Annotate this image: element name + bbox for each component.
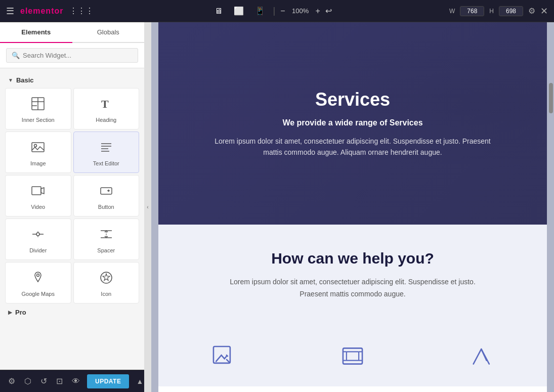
close-button[interactable]: ✕ (540, 6, 548, 17)
search-box: 🔍 (6, 48, 138, 63)
divider-icon (31, 227, 45, 243)
undo-button[interactable]: ↩ (325, 6, 332, 16)
elementor-logo: elementor (20, 7, 63, 16)
spacer-icon (99, 227, 113, 243)
mobile-view-button[interactable]: 📱 (252, 4, 268, 18)
height-label: H (489, 8, 494, 15)
widget-text-editor[interactable]: Text Editor (73, 132, 140, 173)
layers-button[interactable]: ⬡ (22, 374, 33, 388)
tab-elements[interactable]: Elements (0, 22, 72, 43)
pro-section-header[interactable]: ▶ Pro (0, 303, 144, 321)
responsive-button[interactable]: ⊡ (54, 374, 65, 388)
card-2 (288, 331, 417, 381)
hero-content: Services We provide a wide range of Serv… (206, 89, 499, 158)
widget-divider[interactable]: Divider (5, 219, 71, 260)
update-button[interactable]: UPDATE (87, 374, 129, 388)
svg-rect-12 (101, 188, 112, 194)
help-title: How can we help you? (189, 250, 517, 267)
basic-section-header[interactable]: ▼ Basic (0, 73, 144, 88)
hamburger-button[interactable]: ☰ (6, 6, 14, 17)
svg-point-21 (37, 274, 39, 277)
cards-row (158, 331, 547, 386)
widget-label-google-maps: Google Maps (22, 291, 55, 297)
section-arrow-pro: ▶ (8, 310, 12, 315)
svg-rect-24 (343, 348, 362, 364)
widget-label-text-editor: Text Editor (93, 160, 119, 166)
separator: | (273, 6, 276, 16)
top-bar: ☰ elementor ⋮⋮⋮ 🖥 ⬜ 📱 | − 100% + ↩ W H ⚙… (0, 0, 554, 22)
widget-label-button: Button (98, 204, 114, 210)
svg-rect-11 (32, 187, 41, 195)
zoom-out-button[interactable]: − (280, 7, 285, 16)
desktop-view-button[interactable]: 🖥 (211, 5, 226, 18)
top-bar-left: ☰ elementor ⋮⋮⋮ (6, 6, 94, 17)
widget-label-inner-section: Inner Section (22, 117, 55, 123)
scrollbar[interactable] (549, 83, 553, 113)
widget-google-maps[interactable]: Google Maps (5, 262, 71, 303)
video-icon (31, 184, 45, 200)
heading-icon: T (99, 97, 113, 113)
tab-globals[interactable]: Globals (72, 22, 145, 43)
svg-rect-25 (347, 352, 359, 360)
card-3 (417, 331, 547, 381)
widget-icon[interactable]: Icon (73, 262, 140, 303)
inner-section-icon (31, 97, 45, 113)
main-layout: Elements Globals 🔍 ▼ Basic (0, 22, 554, 392)
widget-video[interactable]: Video (5, 175, 71, 216)
search-icon: 🔍 (12, 52, 20, 59)
canvas-area: Services We provide a wide range of Serv… (151, 22, 554, 392)
zoom-in-button[interactable]: + (316, 7, 320, 16)
chevron-up-button[interactable]: ▲ (134, 375, 144, 387)
card-2-icon (337, 341, 368, 371)
widget-label-video: Video (31, 204, 45, 210)
settings-button[interactable]: ⚙ (528, 6, 535, 16)
widget-label-image: Image (30, 160, 46, 166)
settings-bottom-button[interactable]: ⚙ (6, 374, 17, 388)
tablet-view-button[interactable]: ⬜ (231, 4, 247, 18)
collapse-handle[interactable]: ‹ (144, 22, 151, 392)
zoom-level: 100% (290, 7, 311, 15)
top-bar-right: W H ⚙ ✕ (449, 6, 548, 17)
collapse-arrow: ‹ (147, 204, 148, 210)
widget-image[interactable]: Image (5, 132, 71, 173)
widgets-area: ▼ Basic Inner Section (0, 68, 144, 370)
widget-inner-section[interactable]: Inner Section (5, 88, 71, 129)
history-button[interactable]: ↺ (38, 374, 49, 388)
hero-section: Services We provide a wide range of Serv… (158, 22, 547, 225)
widget-heading[interactable]: T Heading (73, 88, 140, 129)
height-input[interactable] (499, 6, 523, 16)
hero-body: Lorem ipsum dolor sit amet, consectetuer… (206, 136, 499, 158)
preview-button[interactable]: 👁 (70, 375, 82, 388)
sidebar-tabs: Elements Globals (0, 22, 144, 43)
top-bar-center: 🖥 ⬜ 📱 | − 100% + ↩ (99, 4, 444, 18)
icon-widget-icon (99, 271, 113, 287)
card-3-icon (467, 341, 497, 371)
button-icon (99, 184, 113, 200)
width-input[interactable] (460, 6, 484, 16)
google-maps-icon (31, 271, 45, 287)
help-section: How can we help you? Lorem ipsum dolor s… (158, 225, 547, 331)
grid-button[interactable]: ⋮⋮⋮ (69, 6, 94, 16)
widget-button[interactable]: Button (73, 175, 140, 216)
card-1-icon (208, 341, 238, 371)
pro-section-label: Pro (15, 309, 26, 316)
help-body: Lorem ipsum dolor sit amet, consectetuer… (221, 276, 484, 300)
svg-point-15 (36, 233, 39, 236)
widget-label-divider: Divider (29, 247, 47, 253)
svg-text:T: T (101, 98, 109, 110)
hero-subtitle: We provide a wide range of Services (206, 118, 499, 127)
widget-grid: Inner Section T Heading (0, 88, 144, 303)
canvas-frame: Services We provide a wide range of Serv… (158, 22, 547, 392)
hero-title: Services (206, 89, 499, 110)
svg-rect-5 (32, 143, 44, 152)
width-label: W (449, 8, 455, 15)
widget-label-spacer: Spacer (97, 247, 115, 253)
widget-label-icon: Icon (101, 291, 111, 297)
widget-label-heading: Heading (96, 117, 116, 123)
search-container: 🔍 (0, 43, 144, 68)
sidebar: Elements Globals 🔍 ▼ Basic (0, 22, 144, 392)
sidebar-bottom: ⚙ ⬡ ↺ ⊡ 👁 UPDATE ▲ (0, 370, 144, 392)
image-icon (31, 140, 45, 156)
widget-spacer[interactable]: Spacer (73, 219, 140, 260)
search-input[interactable] (23, 52, 133, 59)
